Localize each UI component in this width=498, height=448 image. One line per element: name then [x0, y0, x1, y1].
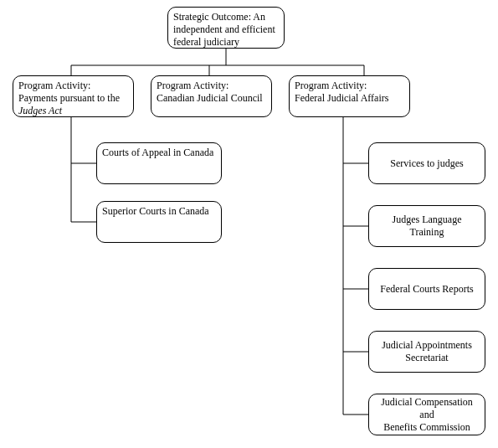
strategic-outcome-line3: federal judiciary [173, 36, 279, 49]
compensation-line2: Benefits Commission [374, 421, 480, 434]
courts-appeal-box: Courts of Appeal in Canada [96, 142, 222, 184]
appointments-box: Judicial Appointments Secretariat [368, 331, 485, 373]
program-payments-line1: Program Activity: [18, 80, 128, 92]
courts-appeal-label: Courts of Appeal in Canada [102, 147, 216, 159]
language-training-label: Judges Language Training [374, 214, 480, 239]
program-federal-line2: Federal Judicial Affairs [295, 92, 404, 105]
compensation-box: Judicial Compensation and Benefits Commi… [368, 394, 485, 435]
program-payments-line2: Payments pursuant to the [18, 92, 128, 105]
strategic-outcome-line2: independent and efficient [173, 23, 279, 36]
program-council-line1: Program Activity: [157, 80, 266, 92]
program-federal-box: Program Activity: Federal Judicial Affai… [289, 75, 410, 117]
superior-courts-label: Superior Courts in Canada [102, 205, 216, 218]
appointments-line2: Secretariat [374, 352, 480, 364]
strategic-outcome-box: Strategic Outcome: An independent and ef… [167, 7, 285, 49]
superior-courts-box: Superior Courts in Canada [96, 201, 222, 243]
federal-reports-box: Federal Courts Reports [368, 268, 485, 310]
program-payments-box: Program Activity: Payments pursuant to t… [13, 75, 134, 117]
language-training-box: Judges Language Training [368, 205, 485, 247]
appointments-line1: Judicial Appointments [374, 339, 480, 352]
federal-reports-label: Federal Courts Reports [374, 283, 480, 296]
services-judges-label: Services to judges [374, 157, 480, 170]
compensation-line1: Judicial Compensation and [374, 396, 480, 421]
program-council-box: Program Activity: Canadian Judicial Coun… [151, 75, 272, 117]
program-payments-line3: Judges Act [18, 105, 128, 117]
strategic-outcome-line1: Strategic Outcome: An [173, 11, 279, 23]
program-council-line2: Canadian Judicial Council [157, 92, 266, 105]
services-judges-box: Services to judges [368, 142, 485, 184]
program-federal-line1: Program Activity: [295, 80, 404, 92]
